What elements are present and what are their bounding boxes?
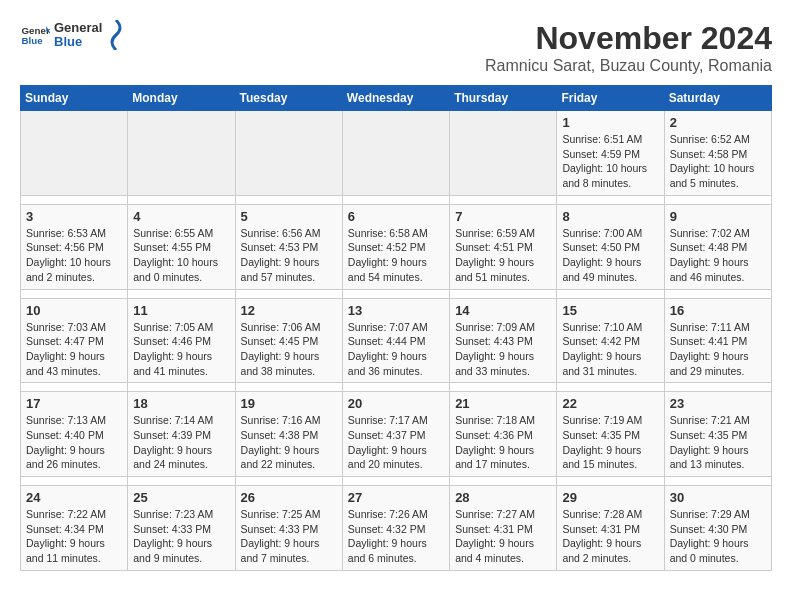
calendar-week-row: 17Sunrise: 7:13 AM Sunset: 4:40 PM Dayli… <box>21 392 772 477</box>
calendar-cell: 16Sunrise: 7:11 AM Sunset: 4:41 PM Dayli… <box>664 298 771 383</box>
day-info: Sunrise: 6:51 AM Sunset: 4:59 PM Dayligh… <box>562 132 658 191</box>
subtitle: Ramnicu Sarat, Buzau County, Romania <box>485 57 772 75</box>
calendar-cell: 2Sunrise: 6:52 AM Sunset: 4:58 PM Daylig… <box>664 111 771 196</box>
day-info: Sunrise: 7:18 AM Sunset: 4:36 PM Dayligh… <box>455 413 551 472</box>
calendar-cell: 28Sunrise: 7:27 AM Sunset: 4:31 PM Dayli… <box>450 486 557 571</box>
day-info: Sunrise: 6:55 AM Sunset: 4:55 PM Dayligh… <box>133 226 229 285</box>
title-section: November 2024 Ramnicu Sarat, Buzau Count… <box>485 20 772 75</box>
calendar-cell: 26Sunrise: 7:25 AM Sunset: 4:33 PM Dayli… <box>235 486 342 571</box>
day-number: 3 <box>26 209 122 224</box>
calendar-header-row: SundayMondayTuesdayWednesdayThursdayFrid… <box>21 86 772 111</box>
day-number: 5 <box>241 209 337 224</box>
calendar-cell: 18Sunrise: 7:14 AM Sunset: 4:39 PM Dayli… <box>128 392 235 477</box>
day-info: Sunrise: 7:28 AM Sunset: 4:31 PM Dayligh… <box>562 507 658 566</box>
calendar-cell <box>235 111 342 196</box>
day-info: Sunrise: 6:58 AM Sunset: 4:52 PM Dayligh… <box>348 226 444 285</box>
calendar-cell: 30Sunrise: 7:29 AM Sunset: 4:30 PM Dayli… <box>664 486 771 571</box>
calendar-cell: 4Sunrise: 6:55 AM Sunset: 4:55 PM Daylig… <box>128 204 235 289</box>
page-header: General Blue General Blue November 2024 … <box>20 20 772 75</box>
day-info: Sunrise: 7:07 AM Sunset: 4:44 PM Dayligh… <box>348 320 444 379</box>
day-number: 23 <box>670 396 766 411</box>
day-number: 22 <box>562 396 658 411</box>
day-info: Sunrise: 6:53 AM Sunset: 4:56 PM Dayligh… <box>26 226 122 285</box>
calendar-cell: 7Sunrise: 6:59 AM Sunset: 4:51 PM Daylig… <box>450 204 557 289</box>
header-tuesday: Tuesday <box>235 86 342 111</box>
logo-text-general: General <box>54 21 102 35</box>
calendar-cell: 11Sunrise: 7:05 AM Sunset: 4:46 PM Dayli… <box>128 298 235 383</box>
day-info: Sunrise: 7:14 AM Sunset: 4:39 PM Dayligh… <box>133 413 229 472</box>
svg-text:General: General <box>22 25 51 36</box>
day-info: Sunrise: 7:21 AM Sunset: 4:35 PM Dayligh… <box>670 413 766 472</box>
day-number: 20 <box>348 396 444 411</box>
header-sunday: Sunday <box>21 86 128 111</box>
day-number: 30 <box>670 490 766 505</box>
calendar-cell: 6Sunrise: 6:58 AM Sunset: 4:52 PM Daylig… <box>342 204 449 289</box>
header-thursday: Thursday <box>450 86 557 111</box>
day-number: 14 <box>455 303 551 318</box>
calendar-cell: 17Sunrise: 7:13 AM Sunset: 4:40 PM Dayli… <box>21 392 128 477</box>
day-number: 13 <box>348 303 444 318</box>
day-number: 26 <box>241 490 337 505</box>
day-info: Sunrise: 7:29 AM Sunset: 4:30 PM Dayligh… <box>670 507 766 566</box>
calendar-cell: 8Sunrise: 7:00 AM Sunset: 4:50 PM Daylig… <box>557 204 664 289</box>
svg-text:Blue: Blue <box>22 35 44 46</box>
day-number: 24 <box>26 490 122 505</box>
day-info: Sunrise: 7:16 AM Sunset: 4:38 PM Dayligh… <box>241 413 337 472</box>
calendar-cell: 14Sunrise: 7:09 AM Sunset: 4:43 PM Dayli… <box>450 298 557 383</box>
day-info: Sunrise: 7:02 AM Sunset: 4:48 PM Dayligh… <box>670 226 766 285</box>
calendar-week-row: 24Sunrise: 7:22 AM Sunset: 4:34 PM Dayli… <box>21 486 772 571</box>
day-info: Sunrise: 7:19 AM Sunset: 4:35 PM Dayligh… <box>562 413 658 472</box>
header-wednesday: Wednesday <box>342 86 449 111</box>
day-number: 19 <box>241 396 337 411</box>
day-info: Sunrise: 7:09 AM Sunset: 4:43 PM Dayligh… <box>455 320 551 379</box>
main-title: November 2024 <box>485 20 772 57</box>
day-info: Sunrise: 7:27 AM Sunset: 4:31 PM Dayligh… <box>455 507 551 566</box>
calendar-cell: 27Sunrise: 7:26 AM Sunset: 4:32 PM Dayli… <box>342 486 449 571</box>
calendar-cell <box>21 111 128 196</box>
calendar-cell: 19Sunrise: 7:16 AM Sunset: 4:38 PM Dayli… <box>235 392 342 477</box>
day-number: 1 <box>562 115 658 130</box>
calendar-cell: 21Sunrise: 7:18 AM Sunset: 4:36 PM Dayli… <box>450 392 557 477</box>
calendar-week-row: 10Sunrise: 7:03 AM Sunset: 4:47 PM Dayli… <box>21 298 772 383</box>
day-number: 7 <box>455 209 551 224</box>
calendar-cell: 10Sunrise: 7:03 AM Sunset: 4:47 PM Dayli… <box>21 298 128 383</box>
calendar-cell: 22Sunrise: 7:19 AM Sunset: 4:35 PM Dayli… <box>557 392 664 477</box>
calendar-table: SundayMondayTuesdayWednesdayThursdayFrid… <box>20 85 772 571</box>
day-number: 21 <box>455 396 551 411</box>
calendar-cell: 5Sunrise: 6:56 AM Sunset: 4:53 PM Daylig… <box>235 204 342 289</box>
day-number: 27 <box>348 490 444 505</box>
calendar-cell: 29Sunrise: 7:28 AM Sunset: 4:31 PM Dayli… <box>557 486 664 571</box>
day-info: Sunrise: 7:13 AM Sunset: 4:40 PM Dayligh… <box>26 413 122 472</box>
day-number: 18 <box>133 396 229 411</box>
calendar-week-row: 3Sunrise: 6:53 AM Sunset: 4:56 PM Daylig… <box>21 204 772 289</box>
day-info: Sunrise: 7:17 AM Sunset: 4:37 PM Dayligh… <box>348 413 444 472</box>
day-info: Sunrise: 7:22 AM Sunset: 4:34 PM Dayligh… <box>26 507 122 566</box>
day-info: Sunrise: 6:59 AM Sunset: 4:51 PM Dayligh… <box>455 226 551 285</box>
day-number: 28 <box>455 490 551 505</box>
day-number: 10 <box>26 303 122 318</box>
calendar-cell: 12Sunrise: 7:06 AM Sunset: 4:45 PM Dayli… <box>235 298 342 383</box>
logo: General Blue General Blue <box>20 20 126 50</box>
day-info: Sunrise: 7:23 AM Sunset: 4:33 PM Dayligh… <box>133 507 229 566</box>
day-number: 4 <box>133 209 229 224</box>
logo-icon: General Blue <box>20 20 50 50</box>
calendar-cell: 25Sunrise: 7:23 AM Sunset: 4:33 PM Dayli… <box>128 486 235 571</box>
logo-text-blue: Blue <box>54 35 102 49</box>
day-info: Sunrise: 7:11 AM Sunset: 4:41 PM Dayligh… <box>670 320 766 379</box>
day-number: 6 <box>348 209 444 224</box>
day-number: 12 <box>241 303 337 318</box>
day-info: Sunrise: 7:03 AM Sunset: 4:47 PM Dayligh… <box>26 320 122 379</box>
day-number: 17 <box>26 396 122 411</box>
calendar-cell: 1Sunrise: 6:51 AM Sunset: 4:59 PM Daylig… <box>557 111 664 196</box>
header-friday: Friday <box>557 86 664 111</box>
calendar-cell: 23Sunrise: 7:21 AM Sunset: 4:35 PM Dayli… <box>664 392 771 477</box>
day-number: 11 <box>133 303 229 318</box>
day-info: Sunrise: 7:26 AM Sunset: 4:32 PM Dayligh… <box>348 507 444 566</box>
day-number: 16 <box>670 303 766 318</box>
day-number: 8 <box>562 209 658 224</box>
calendar-cell <box>128 111 235 196</box>
day-info: Sunrise: 7:00 AM Sunset: 4:50 PM Dayligh… <box>562 226 658 285</box>
calendar-cell: 3Sunrise: 6:53 AM Sunset: 4:56 PM Daylig… <box>21 204 128 289</box>
day-number: 2 <box>670 115 766 130</box>
calendar-cell: 24Sunrise: 7:22 AM Sunset: 4:34 PM Dayli… <box>21 486 128 571</box>
